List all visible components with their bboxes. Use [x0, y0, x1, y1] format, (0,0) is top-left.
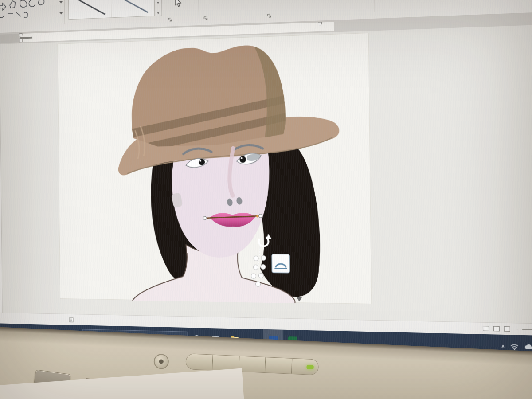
group-separator	[278, 0, 278, 16]
quick-launch-button[interactable]	[239, 356, 266, 372]
shape-style-preset[interactable]	[69, 0, 111, 19]
power-button[interactable]	[153, 354, 169, 370]
vertical-ruler[interactable]	[0, 44, 3, 313]
scroll-hint-arrow	[296, 297, 302, 301]
hidden-icons-chevron-icon[interactable]: ∧	[501, 343, 505, 350]
ruler-numbers	[20, 33, 32, 42]
shape-style-preset[interactable]	[111, 0, 154, 17]
size-handle[interactable]	[251, 274, 256, 278]
group-separator	[374, 0, 375, 12]
laptop-screen: ▲▼▼ ▼ ▼ A	[0, 0, 532, 363]
hat-shape[interactable]	[117, 42, 340, 175]
dialog-launcher-icon[interactable]	[168, 18, 172, 22]
size-handle[interactable]	[254, 256, 258, 261]
drawing-canvas[interactable]	[57, 33, 372, 304]
onedrive-cloud-icon[interactable]	[524, 344, 532, 350]
dialog-launcher-icon[interactable]	[203, 16, 208, 20]
document-area[interactable]	[0, 23, 532, 324]
ruler-number	[20, 38, 32, 38]
read-mode-view-icon[interactable]	[483, 326, 489, 331]
print-layout-view-icon[interactable]	[493, 326, 500, 332]
power-led	[306, 365, 313, 369]
mouse-cursor-icon	[175, 0, 182, 8]
group-separator	[64, 0, 65, 24]
size-handle[interactable]	[258, 273, 263, 278]
portrait-drawing	[58, 33, 372, 305]
quick-launch-button[interactable]	[186, 354, 213, 370]
size-handle[interactable]	[203, 216, 207, 220]
size-handle[interactable]	[258, 214, 262, 218]
size-handle[interactable]	[253, 265, 258, 270]
size-handle[interactable]	[261, 255, 266, 260]
dialog-launcher-icon[interactable]	[267, 14, 272, 18]
shape-style-gallery[interactable]: ▲▼▼	[68, 0, 162, 20]
ruler-left-margin	[0, 34, 19, 43]
photo-of-laptop-scene: ▲▼▼ ▼ ▼ A	[0, 0, 532, 399]
web-layout-view-icon[interactable]	[504, 326, 510, 332]
wifi-icon[interactable]	[510, 344, 519, 350]
size-handle[interactable]	[261, 264, 266, 269]
zoom-out-button[interactable]: −	[514, 327, 518, 332]
shape-insert-gallery[interactable]	[0, 0, 64, 23]
layout-options-button[interactable]	[272, 254, 289, 273]
proofing-icon[interactable]	[69, 317, 74, 322]
quick-launch-button[interactable]	[265, 357, 292, 374]
group-separator	[198, 0, 199, 19]
quick-launch-button[interactable]	[292, 359, 318, 375]
zoom-slider[interactable]	[523, 329, 532, 331]
size-handle[interactable]	[256, 282, 261, 286]
gallery-scrollbar[interactable]: ▲▼▼	[154, 0, 162, 16]
